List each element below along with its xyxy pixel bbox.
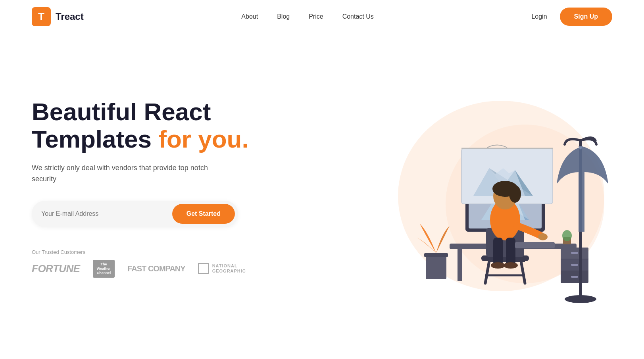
hero-content: Beautiful React Templates for you. We st…: [32, 98, 249, 277]
svg-point-27: [504, 262, 518, 269]
logo[interactable]: T Treact: [32, 7, 84, 26]
nav-price[interactable]: Price: [309, 13, 323, 20]
nav-actions: Login Sign Up: [531, 8, 612, 26]
weather-channel-logo: The Weather Channel: [93, 260, 115, 277]
illustration-svg: [358, 61, 612, 315]
trusted-label: Our Trusted Customers: [32, 249, 249, 255]
svg-point-26: [491, 262, 505, 269]
svg-point-30: [509, 185, 521, 203]
nav-contact[interactable]: Contact Us: [342, 13, 374, 20]
email-input[interactable]: [41, 210, 172, 217]
svg-rect-25: [506, 238, 515, 265]
svg-rect-43: [571, 276, 578, 278]
signup-button[interactable]: Sign Up: [560, 8, 612, 26]
logo-icon: T: [32, 7, 51, 26]
svg-rect-3: [458, 249, 462, 281]
hero-subtitle: We strictly only deal with vendors that …: [32, 162, 222, 185]
natgeo-logo: NATIONALGEOGRAPHIC: [198, 263, 246, 274]
svg-rect-24: [493, 238, 503, 265]
get-started-button[interactable]: Get Started: [172, 204, 235, 224]
trusted-logos: FORTUNE The Weather Channel FAST COMPANY…: [32, 260, 249, 277]
svg-rect-32: [515, 242, 555, 248]
login-button[interactable]: Login: [531, 13, 547, 20]
fortune-logo: FORTUNE: [32, 263, 80, 275]
trusted-section: Our Trusted Customers FORTUNE The Weathe…: [32, 249, 249, 277]
brand-name: Treact: [56, 11, 84, 22]
svg-point-31: [538, 233, 548, 240]
svg-point-45: [565, 295, 596, 303]
hero-title: Beautiful React Templates for you.: [32, 98, 249, 152]
svg-rect-34: [424, 253, 448, 257]
svg-point-36: [562, 230, 572, 241]
navbar: T Treact About Blog Price Contact Us Log…: [0, 0, 644, 33]
hero-section: Beautiful React Templates for you. We st…: [0, 33, 644, 335]
hero-title-plain: Templates: [32, 125, 158, 153]
nav-links: About Blog Price Contact Us: [241, 13, 373, 20]
hero-illustration: [358, 61, 612, 315]
nav-blog[interactable]: Blog: [277, 13, 290, 20]
fastcompany-logo: FAST COMPANY: [127, 264, 185, 273]
svg-rect-41: [571, 252, 578, 254]
svg-rect-42: [571, 264, 578, 266]
email-form: Get Started: [32, 201, 238, 227]
hero-title-highlight: for you.: [158, 125, 248, 153]
nav-about[interactable]: About: [241, 13, 258, 20]
svg-rect-33: [426, 255, 446, 279]
